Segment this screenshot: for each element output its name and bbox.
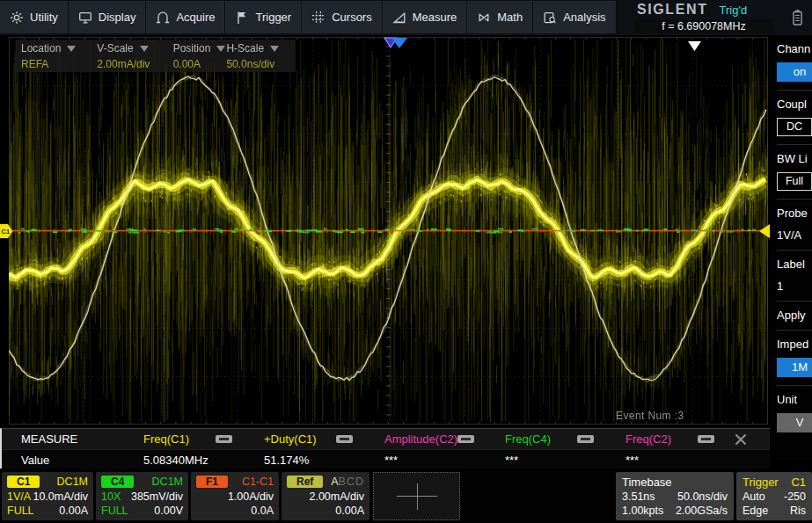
menu-display[interactable]: Display [69, 1, 146, 33]
main-menu: Utility Display Acquire Trigger Cursors … [0, 0, 617, 35]
ref-vscale-value: 2.00mA/div [97, 58, 172, 70]
menu-measure[interactable]: Measure [383, 1, 467, 33]
trigger-mode: Auto [743, 490, 765, 503]
math-f1-descriptor[interactable]: F1C1-C1 1.00A/div 0.0A [191, 472, 279, 520]
offset-readout: 0.00V [154, 505, 183, 517]
brand-area: SIGLENT Trig'd f = 6.690078MHz [632, 0, 777, 35]
sidebar-section-bwlimit: BW Li Full [777, 145, 812, 200]
close-icon[interactable] [728, 432, 754, 447]
offset-readout: 0.00A [335, 505, 364, 517]
remove-measure-icon[interactable] [457, 435, 474, 443]
menu-trigger[interactable]: Trigger [225, 1, 301, 33]
timebase-memory: 1.00kpts [622, 505, 663, 517]
sidebar-section-channel: Chann on [777, 35, 812, 91]
menu-math[interactable]: Math [467, 1, 532, 33]
channel1-level-marker[interactable]: C1 [0, 224, 13, 243]
ref-vscale-header[interactable]: V-Scale [97, 42, 172, 54]
history-icon[interactable] [791, 9, 804, 30]
measure-value: 51.174% [264, 454, 309, 467]
acquire-icon [156, 11, 170, 25]
channel1-descriptor[interactable]: C1DC1M 1V/A10.0mA/div FULL0.00A [2, 472, 93, 520]
ref-badge: Ref [287, 476, 323, 488]
trigger-level: -250 [784, 490, 806, 503]
measure-value: 5.08340MHz [143, 454, 208, 467]
svg-text:C1: C1 [2, 228, 11, 236]
remove-measure-icon[interactable] [698, 435, 714, 443]
probe-value[interactable]: 1V/A [777, 229, 812, 242]
waveform-display: Location REFA V-Scale 2.00mA/div Positio… [0, 35, 770, 428]
channel4-descriptor[interactable]: C4DC1M 10X385mV/div FULL0.00V [96, 472, 188, 520]
remove-measure-icon[interactable] [336, 435, 353, 443]
scale-readout: 1.00A/div [228, 490, 274, 503]
scale-readout: 385mV/div [131, 490, 183, 503]
ref-location-header[interactable]: Location [21, 42, 97, 54]
measure-value: *** [384, 454, 398, 467]
timebase-title: Timebase [622, 475, 728, 490]
sidebar-section-unit: Unit V [777, 386, 812, 440]
ref-slot-active: A [331, 476, 338, 488]
menu-acquire[interactable]: Acquire [146, 1, 224, 33]
scale-readout: 2.00mA/div [309, 490, 364, 503]
sidebar-section-label: Label 1 [777, 251, 812, 301]
flag-icon [235, 11, 249, 25]
ref-slots: BCD [339, 476, 364, 488]
status-bar: C1DC1M 1V/A10.0mA/div FULL0.00A C4DC1M 1… [0, 470, 812, 523]
measure-icon [392, 11, 406, 25]
sidebar-section-impedance: Imped 1M [777, 331, 812, 386]
top-menu-bar: Utility Display Acquire Trigger Cursors … [0, 0, 812, 35]
menu-cursors[interactable]: Cursors [302, 1, 382, 33]
menu-analysis[interactable]: Analysis [533, 1, 615, 33]
trigger-position-marker[interactable] [383, 37, 409, 53]
delay-marker[interactable] [687, 40, 702, 55]
menu-label: Measure [413, 11, 457, 24]
trigger-status: Trig'd [720, 4, 748, 17]
menu-label: Math [497, 11, 523, 24]
menu-label: Analysis [563, 11, 605, 24]
measure-label: +Duty(C1) [264, 432, 317, 446]
channel4-badge: C4 [101, 476, 134, 488]
trigger-source: C1 [791, 476, 806, 489]
measure-value: *** [505, 454, 518, 467]
probe-readout: 1V/A [7, 490, 31, 503]
measure-label: Freq(C2) [625, 432, 671, 446]
impedance-button[interactable]: 1M [777, 358, 812, 377]
menu-label: Utility [30, 11, 58, 24]
apply-button[interactable]: Apply [777, 309, 812, 322]
trigger-type: Edge [743, 505, 768, 517]
remove-measure-icon[interactable] [577, 435, 594, 443]
menu-label: Trigger [255, 11, 291, 24]
graticule-canvas [9, 37, 768, 425]
math-badge: F1 [196, 476, 228, 488]
trigger-slope: Ris [790, 505, 806, 517]
cursors-icon [311, 11, 326, 25]
timebase-delay: 3.51ns [622, 490, 655, 503]
probe-readout: 10X [101, 490, 121, 503]
coupling-readout: DC1M [152, 476, 183, 488]
ref-position-value: 0.00A [173, 58, 227, 70]
menu-label: Display [99, 11, 136, 24]
trigger-level-marker[interactable] [759, 224, 770, 243]
label-value[interactable]: 1 [777, 280, 812, 293]
bwlimit-button[interactable]: Full [777, 172, 812, 191]
channel-on-button[interactable]: on [777, 62, 812, 82]
ref-waveform-panel: Location REFA V-Scale 2.00mA/div Positio… [16, 40, 296, 72]
trigger-descriptor[interactable]: TriggerC1 Auto-250 EdgeRis [736, 472, 812, 520]
offset-readout: 0.0A [251, 505, 274, 517]
coupling-readout: DC1M [57, 476, 88, 488]
ref-hscale-header[interactable]: H-Scale [226, 42, 292, 54]
empty-channel-slot[interactable] [373, 472, 460, 520]
unit-button[interactable]: V [777, 413, 812, 432]
menu-label: Cursors [332, 11, 372, 24]
offset-readout: 0.00A [59, 505, 88, 517]
remove-measure-icon[interactable] [216, 435, 232, 443]
ref-position-header[interactable]: Position [173, 42, 227, 54]
measure-label: Amplitude(C2) [384, 432, 457, 446]
ref-descriptor[interactable]: RefABCD 2.00mA/div 0.00A [282, 472, 369, 520]
dropdown-arrow-icon [140, 46, 149, 52]
dropdown-arrow-icon [67, 46, 76, 52]
timebase-descriptor[interactable]: Timebase 3.51ns50.0ns/div 1.00kpts2.00GS… [616, 472, 734, 520]
ref-location-value: REFA [21, 58, 97, 70]
coupling-button[interactable]: DC [777, 118, 812, 136]
math-icon [477, 11, 491, 25]
menu-utility[interactable]: Utility [0, 1, 68, 33]
